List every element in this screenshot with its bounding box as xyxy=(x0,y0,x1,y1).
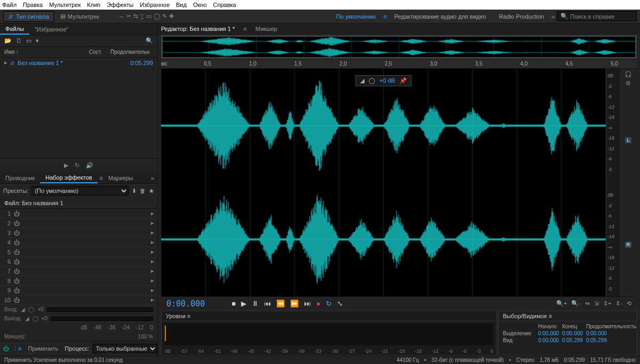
more-tabs-icon[interactable]: » xyxy=(148,175,157,181)
workspace-menu-icon[interactable]: ≡ xyxy=(383,13,387,20)
preset-select[interactable]: (По умолчанию) xyxy=(31,186,129,196)
effect-slot[interactable]: 8⏻▸ xyxy=(0,276,157,286)
zoom-selection-icon[interactable]: ⇲ xyxy=(594,300,599,307)
tab-effects-rack[interactable]: Набор эффектов xyxy=(40,173,97,183)
power-icon[interactable]: ⏻ xyxy=(14,297,20,303)
hud-bars-icon[interactable]: ◢ xyxy=(360,77,364,84)
effect-slot[interactable]: 9⏻▸ xyxy=(0,286,157,295)
tab-markers[interactable]: Маркеры xyxy=(103,173,139,183)
preview-autoplay-icon[interactable]: 🔊 xyxy=(86,162,93,169)
waveform-display[interactable]: ◢ ◯ +0 dB 📌 dB -3 -6 -12 -18 -∞ -18 -12 … xyxy=(161,69,637,296)
menu-view[interactable]: Вид xyxy=(176,2,187,8)
view-dur[interactable]: 0:05.299 xyxy=(586,337,636,343)
chevron-right-icon[interactable]: ▸ xyxy=(151,210,154,217)
rack-list-icon[interactable]: ⋮≡ xyxy=(12,345,21,352)
tab-editor[interactable]: Редактор: Без названия 1 * xyxy=(161,26,235,32)
hud-db-value[interactable]: +0 dB xyxy=(379,77,395,84)
pause-button[interactable]: ⏸ xyxy=(252,300,259,308)
power-icon[interactable]: ⏻ xyxy=(14,220,20,227)
chevron-right-icon[interactable]: ▸ xyxy=(151,277,154,284)
selection-menu-icon[interactable]: ≡ xyxy=(549,313,552,319)
save-preset-icon[interactable]: ⬇ xyxy=(132,188,137,195)
rewind-button[interactable]: ⏪ xyxy=(276,300,285,308)
chevron-right-icon[interactable]: ▸ xyxy=(151,229,154,236)
tool-razor[interactable]: ✂ xyxy=(126,13,131,20)
open-file-icon[interactable]: 📂 xyxy=(4,37,12,44)
zoom-out-icon[interactable]: 🔍- xyxy=(571,300,581,307)
zoom-out-vert-icon[interactable]: ⇕- xyxy=(615,300,622,307)
power-icon[interactable]: ⏻ xyxy=(14,287,20,294)
preview-play-icon[interactable]: ▶ xyxy=(64,162,68,169)
workspace-video[interactable]: Редактирование аудио для видео xyxy=(389,13,491,20)
effect-slot[interactable]: 6⏻▸ xyxy=(0,257,157,266)
tab-favorites[interactable]: "Избранное" xyxy=(29,25,74,34)
tool-brush[interactable]: ✎ xyxy=(162,13,167,20)
menu-effects[interactable]: Эффекты xyxy=(107,2,133,8)
chevron-right-icon[interactable]: ▸ xyxy=(151,268,154,274)
delete-preset-icon[interactable]: 🗑 xyxy=(140,188,146,194)
timecode[interactable]: 0:00.000 xyxy=(166,299,205,309)
zoom-in-icon[interactable]: 🔍+ xyxy=(556,300,567,307)
record-button[interactable]: ● xyxy=(316,300,321,308)
mode-multitrack-button[interactable]: ▤ Мультитрек xyxy=(56,11,103,21)
menu-window[interactable]: Окно xyxy=(193,2,207,8)
loop-button[interactable]: ↻ xyxy=(326,300,332,308)
expand-icon[interactable]: ▸ xyxy=(4,59,7,66)
effect-slot[interactable]: 4⏻▸ xyxy=(0,238,157,247)
menu-multitrack[interactable]: Мультитрек xyxy=(49,2,81,8)
menu-favorites[interactable]: Избранное xyxy=(140,2,170,8)
filter-icon[interactable]: ▾ xyxy=(36,37,39,44)
effect-slot[interactable]: 10⏻▸ xyxy=(0,295,157,305)
search-files-icon[interactable]: 🔍 xyxy=(146,37,153,44)
record-icon[interactable]: ▭ xyxy=(26,37,31,44)
stop-button[interactable]: ■ xyxy=(231,300,236,308)
tab-mixer[interactable]: Микшер xyxy=(255,26,277,32)
forward-button[interactable]: ⏩ xyxy=(290,300,299,308)
sel-start[interactable]: 0:00.000 xyxy=(538,330,559,336)
power-icon[interactable]: ⏻ xyxy=(14,278,20,284)
skip-selection-button[interactable]: ⤡ xyxy=(337,300,343,308)
effect-slot[interactable]: 5⏻▸ xyxy=(0,247,157,257)
chevron-right-icon[interactable]: ▸ xyxy=(151,296,154,303)
editor-tab-menu-icon[interactable]: ≡ xyxy=(243,26,246,32)
workspace-more-icon[interactable]: » xyxy=(551,13,555,20)
zoom-in-vert-icon[interactable]: ⇕+ xyxy=(603,300,611,307)
power-icon[interactable]: ⏻ xyxy=(14,211,20,217)
hud-pin-icon[interactable]: 📌 xyxy=(399,77,407,84)
help-search[interactable]: 🔍 Поиск в справке xyxy=(557,11,637,21)
mode-waveform-button[interactable]: ⫻ Тип сигнала xyxy=(3,11,54,22)
input-value[interactable]: +0 xyxy=(37,306,43,312)
menu-help[interactable]: Справка xyxy=(213,2,236,8)
settings-icon[interactable]: ⚙ xyxy=(626,80,631,87)
timeline-ruler[interactable]: мс 0,5 1,0 1,5 2,0 2,5 3,0 3,5 4,0 4,5 5… xyxy=(161,60,637,69)
power-icon[interactable]: ⏻ xyxy=(14,268,20,274)
tool-lasso[interactable]: ◯ xyxy=(154,13,160,20)
file-row[interactable]: ▸ ⫻ Без названия 1 * 0:05.299 xyxy=(0,58,157,68)
power-icon[interactable]: ⏻ xyxy=(14,249,20,255)
col-duration[interactable]: Продолжительн xyxy=(110,49,153,55)
play-button[interactable]: ▶ xyxy=(241,300,246,308)
effect-slot[interactable]: 2⏻▸ xyxy=(0,219,157,228)
process-select[interactable]: Только выбранные xyxy=(93,344,157,353)
view-start[interactable]: 0:00.000 xyxy=(538,337,559,343)
apply-button[interactable]: Применить xyxy=(25,344,61,353)
overview-waveform[interactable] xyxy=(161,35,637,59)
effect-slot[interactable]: 7⏻▸ xyxy=(0,266,157,276)
tool-move[interactable]: ↔ xyxy=(118,13,124,20)
menu-clip[interactable]: Клип xyxy=(87,2,100,8)
rack-power-icon[interactable]: ⏻ xyxy=(3,345,9,352)
chevron-right-icon[interactable]: ▸ xyxy=(151,248,154,255)
levels-menu-icon[interactable]: ≡ xyxy=(187,313,190,319)
output-value[interactable]: +0 xyxy=(42,316,47,321)
chevron-right-icon[interactable]: ▸ xyxy=(151,258,154,265)
tool-slip[interactable]: ⇆ xyxy=(133,13,138,20)
tool-spot[interactable]: ✚ xyxy=(169,13,174,20)
new-file-icon[interactable]: 🗋 xyxy=(16,37,22,44)
hud-knob-icon[interactable]: ◯ xyxy=(369,77,375,84)
power-icon[interactable]: ⏻ xyxy=(14,230,20,236)
sel-end[interactable]: 0:00.000 xyxy=(562,330,583,336)
sel-dur[interactable]: 0:00.000 xyxy=(586,330,636,336)
effect-slot[interactable]: 1⏻▸ xyxy=(0,209,157,219)
zoom-reset-icon[interactable]: ⟲ xyxy=(627,300,631,307)
chevron-right-icon[interactable]: ▸ xyxy=(151,239,154,246)
